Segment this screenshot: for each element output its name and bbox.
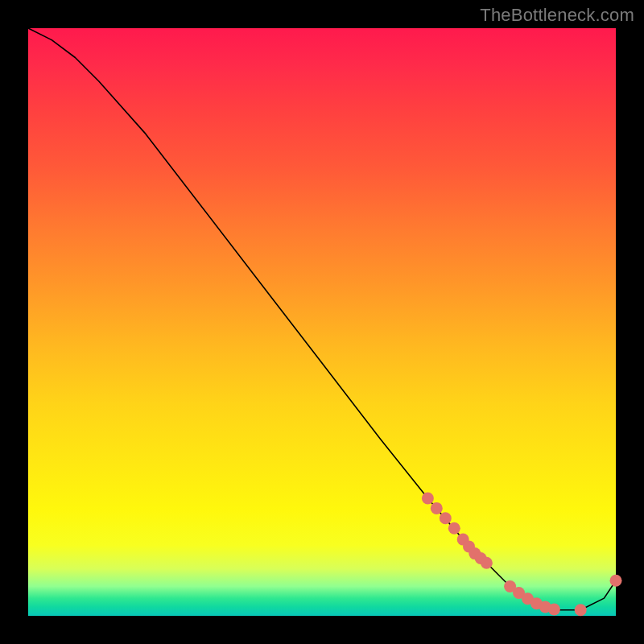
highlight-dot [431, 502, 443, 514]
watermark-text: TheBottleneck.com [480, 5, 634, 26]
plot-area [28, 28, 616, 616]
highlight-dot [440, 512, 452, 524]
highlight-dot [481, 557, 493, 569]
highlight-dot [422, 493, 434, 505]
bottleneck-curve [28, 28, 616, 610]
highlight-dots-group [422, 493, 622, 617]
frame: TheBottleneck.com [0, 0, 644, 644]
highlight-dot [548, 604, 560, 616]
highlight-dot [575, 604, 587, 616]
highlight-dot [448, 522, 460, 535]
highlight-dot [610, 575, 622, 587]
chart-svg [28, 28, 616, 616]
